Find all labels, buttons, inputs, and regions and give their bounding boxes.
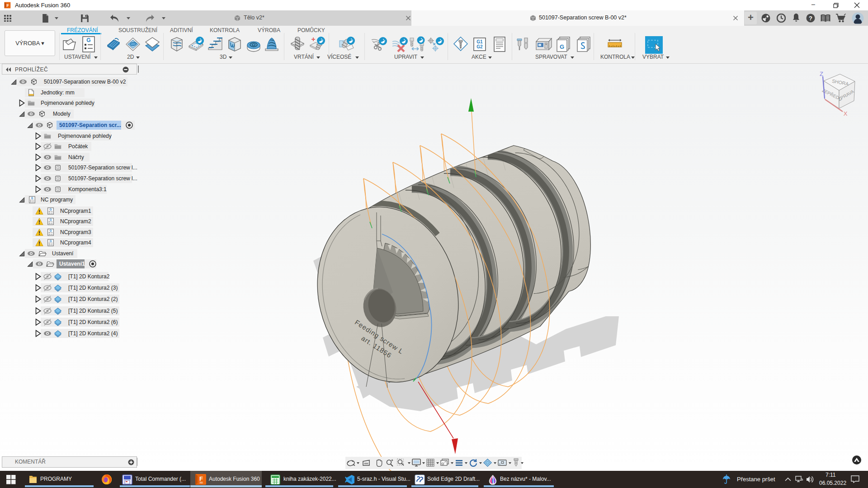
- svg-text:G: G: [560, 43, 564, 50]
- svg-text:?: ?: [809, 15, 812, 22]
- svg-text:F: F: [6, 3, 9, 8]
- svg-text:F: F: [199, 475, 203, 482]
- svg-text:G2: G2: [476, 44, 483, 49]
- svg-text:360: 360: [199, 482, 203, 484]
- svg-text:X: X: [844, 110, 848, 117]
- svg-text:Z: Z: [820, 70, 823, 77]
- svg-text:G1: G1: [476, 39, 483, 44]
- svg-text:G: G: [86, 37, 90, 43]
